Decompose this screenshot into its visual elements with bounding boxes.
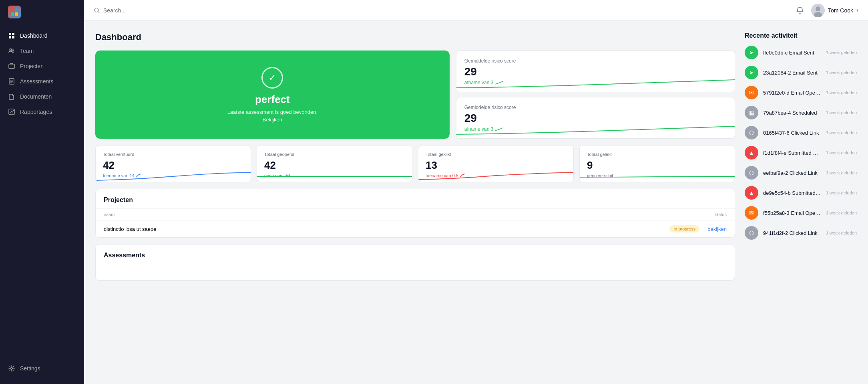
- svg-rect-6: [9, 64, 14, 69]
- activity-time: 1 week geleden: [826, 150, 857, 155]
- activity-icon: ➤: [745, 46, 758, 59]
- activity-name: ffe0e0db-c Email Sent: [763, 50, 821, 56]
- table-header: naam status: [96, 209, 735, 220]
- score-card-2: Gemiddelde risico score 29 afname van 3: [456, 97, 735, 139]
- page-title: Dashboard: [95, 32, 735, 42]
- activity-time: 1 week geleden: [826, 110, 857, 115]
- avatar: [811, 4, 825, 17]
- sidebar-bottom: Settings: [0, 357, 84, 384]
- activity-time: 1 week geleden: [826, 130, 857, 135]
- activity-time: 1 week geleden: [826, 230, 857, 235]
- col-status: status: [715, 212, 727, 217]
- stat-label-1: Totaal geopend: [264, 152, 405, 157]
- activity-icon: ➤: [745, 66, 758, 79]
- activity-time: 1 week geleden: [826, 50, 857, 55]
- activity-icon: ⬡: [745, 126, 758, 139]
- sidebar-item-settings[interactable]: Settings: [0, 361, 84, 376]
- sidebar-item-assessments[interactable]: Assessments: [0, 74, 84, 89]
- stat-card-1: Totaal geopend 42 geen verschil: [257, 145, 412, 182]
- activity-item: ▲ de9e5c54-b Submitted Data 1 week geled…: [745, 186, 857, 200]
- documents-icon: [8, 93, 15, 100]
- activity-icon: ▦: [745, 106, 758, 119]
- activity-name: 0165f437-6 Clicked Link: [763, 130, 821, 136]
- svg-point-4: [10, 49, 12, 51]
- svg-point-12: [816, 6, 820, 11]
- activity-name: f55b25a8-3 Email Opened: [763, 210, 821, 216]
- activity-item: ➤ ffe0e0db-c Email Sent 1 week geleden: [745, 46, 857, 59]
- team-icon: [8, 47, 15, 55]
- main-area: Tom Cook ▾ Dashboard ✓ perfect Laatste a…: [84, 0, 868, 384]
- svg-point-5: [12, 49, 14, 51]
- svg-point-9: [11, 368, 13, 370]
- activity-item: ▦ 79a87bea-4 Scheduled 1 week geleden: [745, 106, 857, 119]
- sidebar-item-team[interactable]: Team: [0, 43, 84, 59]
- sidebar-item-dashboard[interactable]: Dashboard: [0, 28, 84, 43]
- stat-label-3: Totaal gelekt: [587, 152, 727, 157]
- settings-icon: [8, 365, 15, 372]
- score-cards: Gemiddelde risico score 29 afname van 3 …: [456, 51, 735, 139]
- svg-rect-3: [12, 36, 14, 38]
- stat-card-0: Totaal verstuurd 42 toename van 14: [95, 145, 251, 182]
- projects-header: Projecten: [96, 189, 735, 209]
- hero-title: perfect: [255, 93, 290, 106]
- sidebar-item-rapportages[interactable]: Rapportages: [0, 104, 84, 119]
- score-card-1: Gemiddelde risico score 29 afname van 3: [456, 51, 735, 92]
- activity-icon: ▲: [745, 186, 758, 200]
- col-name: naam: [104, 212, 715, 217]
- assessments-section: Assessments: [95, 244, 735, 281]
- search-input[interactable]: [103, 7, 183, 14]
- activity-info: de9e5c54-b Submitted Data: [763, 190, 821, 196]
- activity-icon: ✉: [745, 86, 758, 99]
- right-sidebar: Recente activiteit ➤ ffe0e0db-c Email Se…: [745, 32, 857, 373]
- activity-info: eefbaf9a-2 Clicked Link: [763, 170, 821, 176]
- project-view-link[interactable]: bekijken: [707, 226, 727, 232]
- activity-name: eefbaf9a-2 Clicked Link: [763, 170, 821, 176]
- table-row: distinctio ipsa ut saepe In progress bek…: [96, 220, 735, 237]
- svg-rect-0: [9, 33, 11, 35]
- activity-time: 1 week geleden: [826, 210, 857, 215]
- activity-name: 23a12084-2 Email Sent: [763, 70, 821, 76]
- dashboard-icon: [8, 32, 15, 39]
- sidebar-item-label: Rapportages: [20, 109, 52, 115]
- sidebar-item-label: Assessments: [20, 78, 53, 85]
- content-main: Dashboard ✓ perfect Laatste assessment i…: [95, 32, 735, 373]
- projects-icon: [8, 63, 15, 70]
- chevron-down-icon: ▾: [856, 8, 858, 12]
- content: Dashboard ✓ perfect Laatste assessment i…: [84, 21, 868, 384]
- topbar-right: Tom Cook ▾: [795, 4, 858, 17]
- activity-info: f1d1f8f4-e Submitted Data: [763, 150, 821, 156]
- sidebar-item-label: Documenten: [20, 93, 52, 100]
- stat-card-3: Totaal gelekt 9 geen verschil: [579, 145, 735, 182]
- user-info[interactable]: Tom Cook ▾: [811, 4, 858, 17]
- projects-title: Projecten: [104, 196, 133, 203]
- activity-icon: ⬡: [745, 226, 758, 240]
- activity-list: ➤ ffe0e0db-c Email Sent 1 week geleden ➤…: [745, 46, 857, 240]
- hero-link[interactable]: Bekijken: [263, 117, 282, 123]
- assessments-icon: [8, 78, 15, 85]
- assessments-title: Assessments: [104, 252, 145, 259]
- activity-name: 941f1d2f-2 Clicked Link: [763, 230, 821, 236]
- sidebar-item-documenten[interactable]: Documenten: [0, 89, 84, 104]
- activity-time: 1 week geleden: [826, 190, 857, 195]
- topbar: Tom Cook ▾: [84, 0, 868, 21]
- logo[interactable]: [0, 0, 84, 24]
- sidebar-item-projecten[interactable]: Projecten: [0, 59, 84, 74]
- activity-info: 0165f437-6 Clicked Link: [763, 130, 821, 136]
- activity-icon: ▲: [745, 146, 758, 160]
- activity-item: ⬡ 0165f437-6 Clicked Link 1 week geleden: [745, 126, 857, 139]
- hero-subtitle: Laatste assessment is goed bevonden.: [227, 109, 317, 115]
- stat-label-0: Totaal verstuurd: [103, 152, 243, 157]
- reports-icon: [8, 108, 15, 115]
- sidebar-nav: Dashboard Team Projecten: [0, 24, 84, 357]
- logo-icon: [8, 6, 21, 18]
- score-label-1: Gemiddelde risico score: [464, 58, 727, 64]
- activity-info: 941f1d2f-2 Clicked Link: [763, 230, 821, 236]
- search-container[interactable]: [94, 7, 789, 14]
- hero-card: ✓ perfect Laatste assessment is goed bev…: [95, 51, 450, 139]
- activity-name: de9e5c54-b Submitted Data: [763, 190, 821, 196]
- sidebar-item-label: Team: [20, 48, 34, 54]
- search-icon: [94, 7, 100, 14]
- notification-bell[interactable]: [795, 6, 805, 15]
- activity-item: ✉ 5791f2e0-d Email Opened 1 week geleden: [745, 86, 857, 99]
- svg-rect-2: [9, 36, 11, 38]
